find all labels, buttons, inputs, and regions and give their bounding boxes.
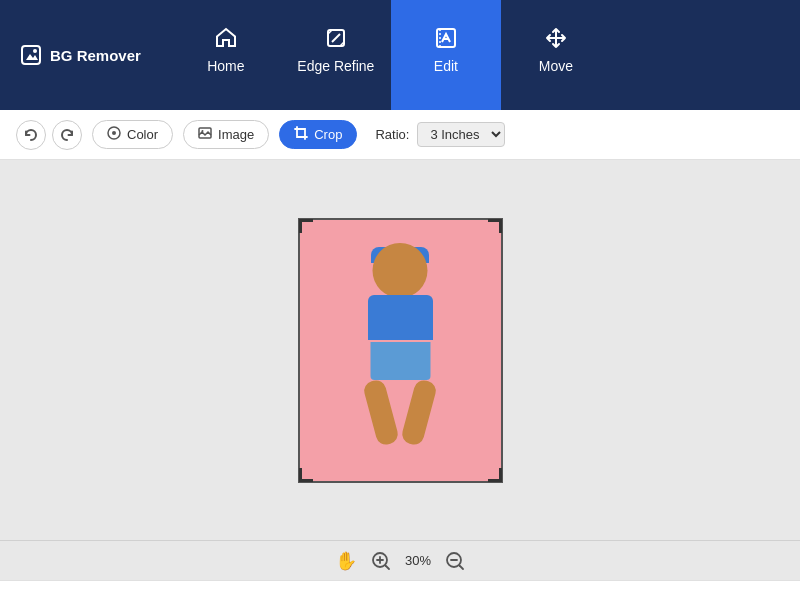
undo-button[interactable] (16, 120, 46, 150)
crop-icon (294, 126, 308, 143)
move-icon (544, 26, 568, 50)
nav-tab-edit-label: Edit (434, 58, 458, 74)
app-icon (20, 44, 42, 66)
color-button[interactable]: Color (92, 120, 173, 149)
hand-tool-icon[interactable]: ✋ (335, 550, 357, 572)
undo-redo-group (16, 120, 82, 150)
child-leg-right (400, 378, 438, 446)
crop-label: Crop (314, 127, 342, 142)
zoom-in-icon (371, 551, 391, 571)
child-leg-left (362, 378, 400, 446)
edit-icon (434, 26, 458, 50)
nav-tab-home-label: Home (207, 58, 244, 74)
image-icon (198, 126, 212, 143)
child-body (368, 295, 433, 380)
svg-point-7 (112, 131, 116, 135)
color-label: Color (127, 127, 158, 142)
zoom-in-button[interactable] (371, 551, 391, 571)
svg-point-1 (33, 49, 37, 53)
image-label: Image (218, 127, 254, 142)
canvas-area (0, 160, 800, 540)
image-container (298, 218, 503, 483)
redo-icon (60, 128, 74, 142)
svg-rect-0 (22, 46, 40, 64)
color-icon (107, 126, 121, 143)
app-brand: BG Remover (20, 44, 141, 66)
app-title: BG Remover (50, 47, 141, 64)
zoom-bar: ✋ 30% (0, 540, 800, 580)
nav-tab-home[interactable]: Home (171, 0, 281, 110)
nav-tab-move[interactable]: Move (501, 0, 611, 110)
image-background (298, 218, 503, 483)
nav-tab-edge-refine-label: Edge Refine (297, 58, 374, 74)
home-icon (214, 26, 238, 50)
child-legs (365, 380, 435, 450)
zoom-level: 30% (405, 553, 431, 568)
toolbar: Color Image Crop Ratio: 3 Inches 1:1 4:3… (0, 110, 800, 160)
child-top (368, 295, 433, 340)
redo-button[interactable] (52, 120, 82, 150)
svg-line-16 (460, 565, 464, 569)
edge-refine-icon (324, 26, 348, 50)
svg-line-13 (385, 565, 389, 569)
undo-icon (24, 128, 38, 142)
footer: New Image Download (0, 580, 800, 589)
child-figure (340, 243, 460, 473)
nav-tabs: Home Edge Refine (171, 0, 611, 110)
image-button[interactable]: Image (183, 120, 269, 149)
navbar: BG Remover Home Edge Refine (0, 0, 800, 110)
ratio-label: Ratio: (375, 127, 409, 142)
child-head (373, 243, 428, 298)
nav-tab-move-label: Move (539, 58, 573, 74)
svg-point-9 (202, 130, 204, 132)
crop-button[interactable]: Crop (279, 120, 357, 149)
ratio-container: Ratio: 3 Inches 1:1 4:3 16:9 Free (375, 122, 505, 147)
child-bottom (370, 342, 430, 380)
ratio-select[interactable]: 3 Inches 1:1 4:3 16:9 Free (417, 122, 505, 147)
zoom-out-icon (445, 551, 465, 571)
nav-tab-edge-refine[interactable]: Edge Refine (281, 0, 391, 110)
zoom-out-button[interactable] (445, 551, 465, 571)
nav-tab-edit[interactable]: Edit (391, 0, 501, 110)
